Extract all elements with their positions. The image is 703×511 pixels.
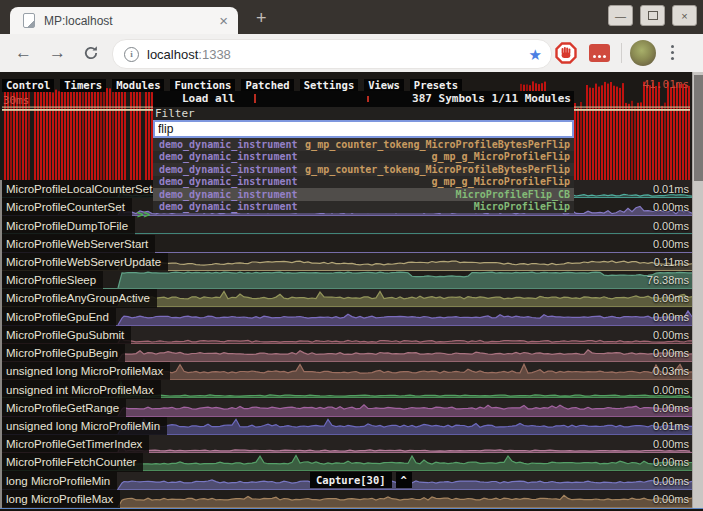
timer-label: MicroProfileDumpToFile [2, 216, 135, 234]
timer-row[interactable]: MicroProfileWebServerUpdate0.11ms [2, 253, 692, 271]
dropdown-symbol: g_mp_counter_tokeng_MicroProfileBytesPer… [305, 139, 570, 150]
adblock-hand-icon[interactable] [555, 42, 577, 64]
frame-marker [367, 96, 369, 102]
timer-label: MicroProfileWebServerUpdate [2, 253, 168, 271]
profile-avatar[interactable] [630, 40, 656, 66]
timer-row[interactable]: MicroProfileDumpToFile0.00ms [2, 216, 692, 234]
timer-value: 0.00ms [653, 329, 689, 341]
browser-toolbar: ← → i localhost :1338 ★ [0, 34, 703, 73]
timer-value: 0.00ms [653, 311, 689, 323]
timer-value: 0.00ms [653, 347, 689, 359]
timer-row[interactable]: unsigned long MicroProfileMax0.03ms [2, 362, 692, 380]
url-port: :1338 [198, 47, 231, 62]
timer-row[interactable]: MicroProfileAnyGroupActive0.00ms [2, 289, 692, 307]
dropdown-module: demo_dynamic_instrument [159, 189, 297, 200]
timer-row[interactable]: MicroProfileGpuSubmit0.00ms [2, 326, 692, 344]
dropdown-item[interactable]: demo_dynamic_instrumentg_mp_g_MicroProfi… [153, 176, 574, 189]
new-tab-button[interactable]: + [256, 8, 267, 29]
filter-label: Filter [153, 107, 574, 120]
timer-value: 0.00ms [653, 402, 689, 414]
symbols-status: 387 Symbols 1/11 Modules [412, 91, 571, 107]
dropdown-symbol: MicroProfileFlip_CB [456, 189, 570, 200]
scale-label: 30ms [3, 94, 30, 107]
timer-label: MicroProfileSleep [2, 271, 103, 289]
timer-label: MicroProfileFetchCounter [2, 453, 143, 471]
timer-label: MicroProfileGpuBegin [2, 344, 125, 362]
timer-row[interactable]: MicroProfileFetchCounter0.00ms [2, 453, 692, 471]
timer-sparkline [2, 271, 692, 289]
dropdown-symbol: g_mp_counter_tokeng_MicroProfileBytesPer… [305, 164, 570, 175]
timer-label: MicroProfileCounterSet [2, 198, 132, 216]
maximize-icon [648, 11, 658, 20]
timer-value: 0.00ms [653, 475, 689, 487]
timer-value: 0.00ms [653, 456, 689, 468]
timer-label: MicroProfileGpuEnd [2, 308, 116, 326]
timer-label: unsigned int MicroProfileMax [2, 380, 161, 398]
symbol-filter-panel: Load all 387 Symbols 1/11 Modules Filter… [153, 91, 574, 213]
close-button[interactable]: × [672, 5, 697, 26]
toolbar-separator [621, 43, 622, 63]
maximize-button[interactable] [640, 5, 665, 26]
timer-rows: MicroProfileLocalCounterSetAtomic0.01msM… [2, 180, 692, 508]
reload-button[interactable] [83, 45, 99, 61]
extension-dots-icon [593, 55, 596, 58]
timer-row[interactable]: MicroProfileGpuEnd0.00ms [2, 308, 692, 326]
timer-row[interactable]: MicroProfileGetRange0.00ms [2, 399, 692, 417]
timer-label: long MicroProfileMin [2, 472, 117, 490]
dropdown-item[interactable]: demo_dynamic_instrumentMicroProfileFlip_… [153, 188, 574, 201]
url-host: localhost [147, 47, 198, 62]
dropdown-item[interactable]: demo_dynamic_instrumentg_mp_counter_toke… [153, 138, 574, 151]
panel-header: Load all 387 Symbols 1/11 Modules [153, 91, 574, 107]
window-edge [0, 180, 2, 508]
forward-button[interactable]: → [49, 42, 66, 64]
dropdown-item[interactable]: demo_dynamic_instrumentg_mp_counter_toke… [153, 163, 574, 176]
menu-kebab-icon[interactable] [671, 45, 674, 48]
dropdown-symbol: MicroProfileFlip [474, 201, 570, 212]
address-bar[interactable]: i localhost :1338 ★ [112, 39, 552, 69]
timer-label: unsigned long MicroProfileMax [2, 362, 170, 380]
timer-value: 76.38ms [647, 274, 689, 286]
dropdown-item[interactable]: demo_dynamic_instrumentMicroProfileFlip [153, 201, 574, 214]
filter-input[interactable] [153, 120, 574, 138]
page-info-icon[interactable]: i [124, 47, 139, 62]
extension-icon[interactable] [589, 44, 610, 62]
capture-toggle-button[interactable]: ^ [396, 472, 412, 488]
timer-row[interactable]: unsigned long MicroProfileMin0.01ms [2, 417, 692, 435]
timer-value: 0.01ms [653, 420, 689, 432]
timer-row[interactable]: MicroProfileGetTimerIndex0.00ms [2, 435, 692, 453]
timer-row[interactable]: MicroProfileGpuBegin0.00ms [2, 344, 692, 362]
timer-value: 0.01ms [653, 183, 689, 195]
browser-tab[interactable]: MP:localhost × [10, 7, 238, 34]
tab-close-icon[interactable]: × [219, 13, 228, 28]
symbol-dropdown: demo_dynamic_instrumentg_mp_counter_toke… [153, 138, 574, 213]
timer-row[interactable]: MicroProfileSleep76.38ms [2, 271, 692, 289]
timer-row[interactable]: MicroProfileWebServerStart0.00ms [2, 235, 692, 253]
timer-label: MicroProfileWebServerStart [2, 235, 155, 253]
capture-bar: Capture[30] ^ [310, 472, 412, 488]
microprofile-page: ControlTimersModulesFunctionsPatchedSett… [0, 72, 703, 511]
page-scrollbar[interactable] [692, 72, 703, 511]
timer-value: 0.11ms [654, 256, 689, 268]
menu-item-control[interactable]: Control [2, 79, 54, 92]
timer-value: 0.03ms [653, 365, 689, 377]
timer-label: MicroProfileAnyGroupActive [2, 289, 157, 307]
capture-button[interactable]: Capture[30] [310, 472, 392, 488]
timer-row[interactable]: unsigned int MicroProfileMax0.00ms [2, 380, 692, 398]
menu-item-timers[interactable]: Timers [60, 79, 106, 92]
minimize-button[interactable]: — [608, 5, 633, 26]
dropdown-item[interactable]: demo_dynamic_instrumentg_mp_g_MicroProfi… [153, 151, 574, 164]
dropdown-symbol: g_mp_g_MicroProfileFlip [432, 176, 570, 187]
scrollbar-thumb[interactable] [694, 75, 703, 181]
timer-value: 0.00ms [653, 238, 689, 250]
load-all-button[interactable]: Load all [182, 91, 235, 107]
bookmark-star-icon[interactable]: ★ [529, 47, 542, 62]
timer-value: 0.00ms [653, 201, 689, 213]
dropdown-module: demo_dynamic_instrument [159, 201, 297, 212]
frame-marker [254, 94, 256, 103]
tab-title: MP:localhost [44, 14, 219, 28]
timer-row[interactable]: long MicroProfileMax0.00ms [2, 490, 692, 508]
back-button[interactable]: ← [15, 42, 32, 64]
timer-label: unsigned long MicroProfileMin [2, 417, 167, 435]
timer-value: 0.00ms [653, 438, 689, 450]
timer-label: MicroProfileGetTimerIndex [2, 435, 149, 453]
